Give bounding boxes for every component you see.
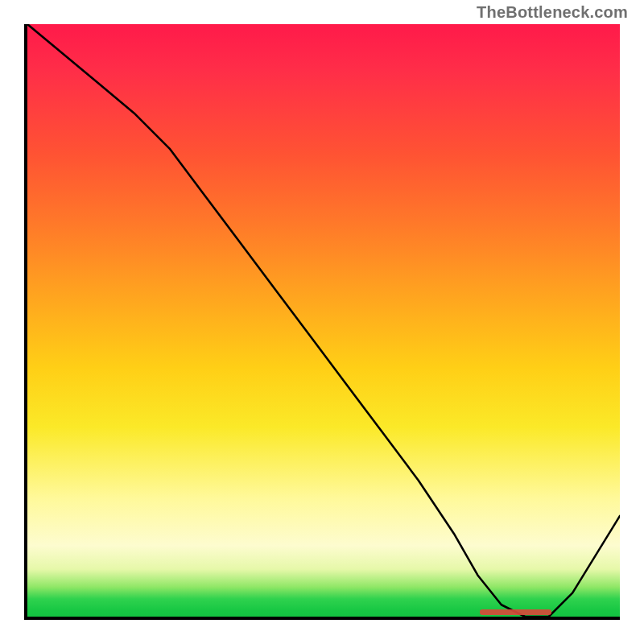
chart-curve-svg <box>27 24 620 617</box>
watermark-text: TheBottleneck.com <box>477 3 628 22</box>
bottleneck-curve <box>27 24 620 617</box>
chart-plot-area <box>24 24 620 620</box>
optimum-range-marker <box>480 609 551 615</box>
